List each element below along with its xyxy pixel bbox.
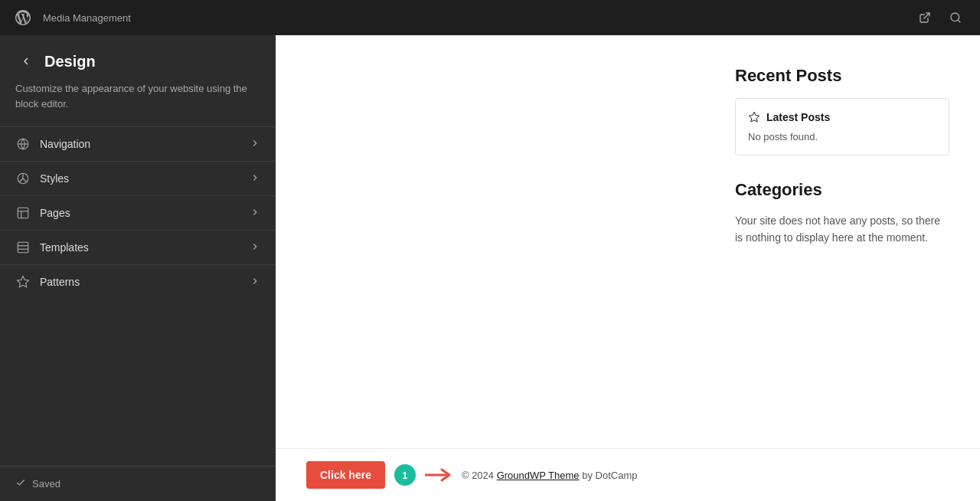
sidebar-footer: Saved [0,466,276,501]
content-body: Recent Posts Latest Posts No posts found… [276,35,980,448]
sidebar-item-pages-label: Pages [40,207,240,219]
categories-empty-message: Your site does not have any posts, so th… [735,212,949,247]
chevron-right-icon [250,138,260,151]
external-link-button[interactable] [913,5,937,30]
svg-marker-12 [18,277,29,287]
pages-icon [15,205,31,221]
recent-posts-title: Recent Posts [735,66,949,86]
chevron-right-icon [250,172,260,185]
styles-icon [15,171,31,186]
sidebar-item-navigation[interactable]: Navigation [0,126,276,161]
topbar-actions [913,5,968,30]
sidebar-header: Design [0,35,276,81]
saved-label: Saved [32,478,60,490]
svg-rect-9 [18,242,28,253]
click-here-button[interactable]: Click here [306,461,385,489]
saved-check-icon [15,477,26,490]
back-button[interactable] [15,51,37,72]
latest-posts-label: Latest Posts [766,111,830,123]
sidebar-item-templates-label: Templates [40,241,240,254]
posts-widget-header: Latest Posts [748,111,936,123]
theme-link[interactable]: GroundWP Theme [497,470,580,481]
star-icon [748,111,760,123]
topbar: Media Management [0,0,980,35]
sidebar-item-patterns-label: Patterns [40,276,240,288]
sidebar-item-pages[interactable]: Pages [0,195,276,230]
svg-line-2 [958,20,960,22]
svg-line-0 [924,13,929,18]
content-area: Recent Posts Latest Posts No posts found… [276,35,980,501]
main-layout: Design Customize the appearance of your … [0,35,980,501]
sidebar-item-templates[interactable]: Templates [0,230,276,264]
content-frame: Recent Posts Latest Posts No posts found… [276,35,980,501]
chevron-right-icon [250,207,260,220]
wp-logo-icon [12,7,34,28]
recent-posts-widget: Latest Posts No posts found. [735,98,949,156]
svg-marker-13 [749,112,759,122]
sidebar-item-styles-label: Styles [40,172,240,185]
search-button[interactable] [943,5,968,30]
arrow-right-icon [425,467,452,483]
step-badge: 1 [394,464,416,486]
sidebar-item-navigation-label: Navigation [40,138,240,150]
navigation-icon [15,136,31,152]
sidebar: Design Customize the appearance of your … [0,35,276,501]
content-sidebar-widgets: Recent Posts Latest Posts No posts found… [735,66,949,418]
svg-rect-6 [18,208,28,218]
sidebar-item-styles[interactable]: Styles [0,161,276,195]
content-footer: Click here 1 © 2024 GroundWP Theme by Do… [276,448,980,501]
content-main [306,66,704,418]
chevron-right-icon [250,241,260,254]
patterns-icon [15,274,31,290]
no-posts-message: No posts found. [748,131,936,142]
categories-title: Categories [735,180,949,200]
templates-icon [15,240,31,255]
copyright-text: © 2024 [462,470,497,481]
sidebar-description: Customize the appearance of your website… [0,81,276,126]
sidebar-nav: Navigation Styles Pages [0,126,276,466]
topbar-title: Media Management [43,12,903,24]
sidebar-title: Design [44,53,96,70]
chevron-right-icon [250,276,260,289]
sidebar-item-patterns[interactable]: Patterns [0,264,276,299]
copyright-suffix: by DotCamp [582,470,637,481]
footer-copyright: © 2024 GroundWP Theme by DotCamp [462,470,638,481]
